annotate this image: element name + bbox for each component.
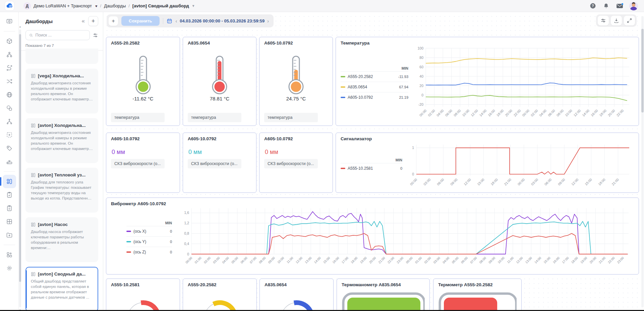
widget-gauge-a555-10: A555-10.2581: [106, 279, 180, 310]
legend-row[interactable]: A555-10.25810: [341, 163, 402, 173]
clipboard-list-icon[interactable]: [3, 202, 16, 215]
mail-icon[interactable]: [616, 2, 623, 10]
svg-text:06:00: 06:00: [445, 108, 453, 117]
svg-text:0: 0: [187, 252, 189, 256]
widget-vibro-y: A605-10.0792 0 мм СКЗ виброскорости (о..…: [183, 133, 256, 193]
donut-gauge: [265, 292, 329, 310]
gear-icon[interactable]: [3, 261, 16, 275]
monitoring-icon[interactable]: [3, 15, 16, 28]
chart-legend: MIN (ось X)0 (ось Y)0 (ось Z)0: [126, 206, 177, 271]
list-item-avton-svodny-selected[interactable]: [avton] Сводный да... Общий дашборд пред…: [25, 267, 98, 311]
svg-text:12:00: 12:00: [295, 256, 303, 264]
scroll-up-icon[interactable]: ▲: [19, 25, 21, 28]
legend-row[interactable]: (ось Y)0: [126, 236, 172, 247]
panel-scroll-thumb[interactable]: [19, 34, 21, 282]
widget-temperature-chart: Температура MIN A555-20.2582-11.93 A835.…: [336, 37, 639, 126]
collapse-panel-button[interactable]: «: [78, 18, 88, 24]
legend-row[interactable]: A605-10.079221.19: [341, 92, 408, 102]
cube-icon[interactable]: [3, 34, 16, 48]
svg-text:60: 60: [419, 65, 423, 69]
svg-text:05:00: 05:00: [231, 256, 239, 264]
select-zone-icon[interactable]: [3, 128, 16, 142]
svg-text:1,2: 1,2: [184, 221, 189, 225]
fullscreen-icon[interactable]: [624, 16, 635, 25]
search-input[interactable]: [36, 33, 86, 37]
globe-icon[interactable]: [3, 88, 16, 101]
svg-text:21:00: 21:00: [504, 177, 512, 186]
sliders-icon[interactable]: [598, 16, 609, 25]
svg-text:14:00: 14:00: [479, 108, 487, 117]
svg-text:04:00: 04:00: [436, 108, 445, 117]
route-icon[interactable]: [3, 61, 16, 75]
clipboard-check-icon[interactable]: [3, 188, 16, 202]
app-logo[interactable]: [0, 1, 19, 10]
favorite-heart-icon[interactable]: ♥: [95, 4, 98, 8]
temperature-plot: 100806040200-2000:0002:0004:0006:0008:00…: [414, 46, 634, 122]
svg-text:18:00: 18:00: [496, 108, 505, 117]
legend-row[interactable]: (ось Z)0: [126, 247, 172, 257]
date-range-value[interactable]: 04.03.2026 00:00:00 - 05.03.2026 23:59:5…: [180, 18, 265, 23]
main-scroll-thumb[interactable]: [641, 29, 644, 112]
svg-text:01:00: 01:00: [194, 256, 202, 264]
calendar-icon[interactable]: [167, 18, 172, 24]
list-item-avton-teplovoy[interactable]: [avton] Тепловой уз... Дашборд для тепло…: [25, 168, 98, 213]
vibro-value: 0 мм: [112, 149, 175, 156]
svg-text:08:00: 08:00: [258, 256, 267, 264]
panel-scrollbar[interactable]: ▲ ▼: [19, 29, 21, 307]
workspace-avatar[interactable]: Д: [23, 2, 31, 10]
svg-text:12:00: 12:00: [515, 256, 524, 264]
filter-icon[interactable]: [93, 32, 98, 38]
metric-chip[interactable]: температура: [188, 113, 241, 122]
svg-text:21:00: 21:00: [598, 256, 606, 264]
metric-chip[interactable]: температура: [111, 113, 165, 122]
download-icon[interactable]: [611, 16, 622, 25]
metric-chip[interactable]: СКЗ виброскорости (о...: [188, 159, 241, 168]
chart-legend: MIN A555-10.25810: [341, 141, 408, 189]
svg-text:22:00: 22:00: [387, 256, 395, 264]
metric-chip[interactable]: температура: [264, 113, 318, 122]
metric-chip[interactable]: СКЗ виброскорости (о...: [111, 159, 165, 168]
legend-row[interactable]: A835.065467.94: [341, 82, 408, 92]
breadcrumb-current-page[interactable]: [avton] Сводный дашборд: [132, 3, 189, 8]
list-item-partial[interactable]: [25, 49, 98, 64]
metric-chip[interactable]: СКЗ виброскорости (о...: [264, 159, 318, 168]
tag-icon[interactable]: [3, 142, 16, 155]
add-dashboard-button[interactable]: +: [88, 16, 98, 26]
svg-text:20:00: 20:00: [505, 108, 513, 117]
top-bar: Д Демо LoRaWAN + Транспорт ♥ / Дашборды …: [0, 0, 644, 12]
legend-row[interactable]: (ось X)0: [126, 226, 172, 236]
hierarchy-icon[interactable]: [3, 48, 16, 61]
date-prev-icon[interactable]: ‹: [176, 18, 177, 24]
list-item-avton-nasos[interactable]: [avton] Насос Дашборд насоса отображает …: [25, 217, 98, 262]
breadcrumb-dashboards[interactable]: Дашборды: [104, 3, 126, 8]
shuffle-icon[interactable]: [3, 75, 16, 88]
list-item-vega-holodilnaya[interactable]: [vega] Холодильна... Дашборд мониторинга…: [25, 69, 98, 113]
svg-text:0: 0: [412, 172, 414, 176]
main-scrollbar[interactable]: [641, 16, 644, 307]
user-avatar[interactable]: [629, 2, 638, 10]
svg-text:04:00: 04:00: [221, 256, 230, 264]
svg-text:09:00: 09:00: [267, 256, 276, 264]
save-button[interactable]: Сохранить: [121, 16, 160, 26]
shapes-icon[interactable]: [3, 101, 16, 115]
add-widget-button[interactable]: +: [109, 16, 118, 26]
bell-icon[interactable]: [602, 2, 610, 10]
legend-row[interactable]: A555-20.2582-11.93: [341, 71, 408, 82]
svg-text:11:00: 11:00: [506, 256, 514, 264]
svg-text:06:00: 06:00: [436, 177, 445, 186]
table-icon[interactable]: [3, 215, 16, 228]
list-item-avton-holodilnaya[interactable]: [avton] Холодильна... Дашборд мониторинг…: [25, 118, 98, 163]
workspace-name[interactable]: Демо LoRaWAN + Транспорт: [34, 3, 92, 8]
device-icon[interactable]: [3, 155, 16, 168]
dashboards-icon[interactable]: [3, 175, 16, 188]
chart-legend: MIN A555-20.2582-11.93 A835.065467.94 A6…: [341, 46, 414, 122]
apps-plus-icon[interactable]: [3, 248, 16, 261]
dashboard-list: [vega] Холодильна... Дашборд мониторинга…: [25, 54, 98, 311]
folder-plus-icon[interactable]: [3, 228, 16, 242]
chevron-down-icon[interactable]: ▼: [192, 4, 195, 8]
help-icon[interactable]: ?: [589, 2, 596, 10]
branch-icon[interactable]: [3, 115, 16, 128]
date-next-icon[interactable]: ›: [267, 18, 269, 24]
thermometer-gauge: [207, 54, 232, 95]
search-box[interactable]: [25, 30, 90, 40]
